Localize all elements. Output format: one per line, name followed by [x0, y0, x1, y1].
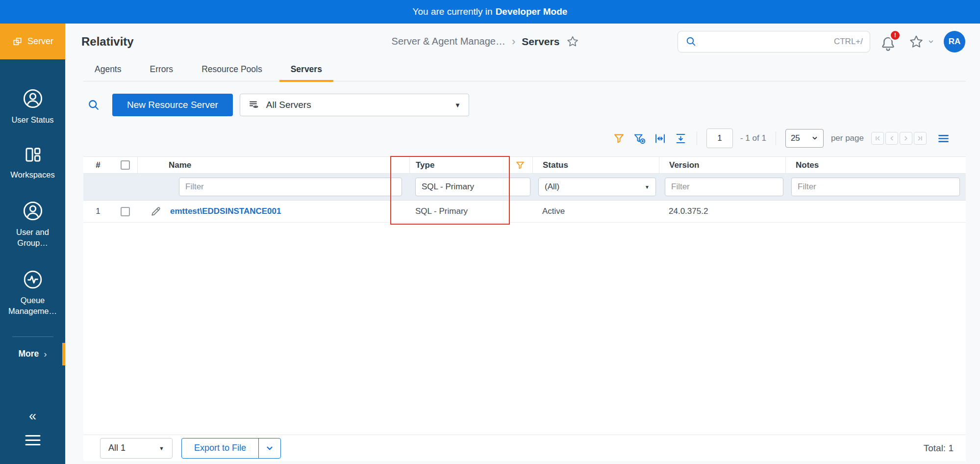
dropdown-caret-icon: ▼ [159, 445, 164, 451]
edit-pencil-icon[interactable] [150, 206, 162, 218]
tab-errors[interactable]: Errors [138, 64, 184, 81]
user-avatar[interactable]: RA [944, 31, 965, 52]
chevron-down-icon [928, 38, 934, 45]
sidebar-menu-icon[interactable] [25, 432, 40, 448]
active-filter-funnel-icon[interactable] [515, 160, 526, 171]
column-header-name[interactable]: Name [137, 157, 409, 173]
column-header-status[interactable]: Status [532, 157, 659, 173]
export-button-label: Export to File [182, 438, 258, 458]
column-header-num[interactable]: # [83, 157, 113, 173]
grid-controls: - 1 of 1 25 per page [83, 128, 966, 149]
sidebar-item-workspaces[interactable]: Workspaces [0, 144, 65, 180]
overlapping-squares-icon [12, 36, 23, 47]
server-name-link[interactable]: emttest\EDDSINSTANCE001 [170, 206, 281, 216]
controls-divider [697, 131, 697, 145]
sidebar-more-button[interactable]: More › [0, 343, 65, 365]
collapse-rows-icon[interactable] [674, 132, 687, 145]
grid-filter-row: (All) ▼ [83, 174, 966, 201]
type-filter-input[interactable] [415, 178, 530, 196]
pagination [871, 132, 927, 145]
mass-scope-value: All 1 [108, 443, 126, 453]
row-number: 1 [83, 206, 113, 216]
column-header-type[interactable]: Type [409, 157, 532, 173]
pulse-circle-icon [22, 269, 44, 290]
previous-page-button[interactable] [885, 132, 898, 145]
tab-resource-pools[interactable]: Resource Pools [190, 64, 274, 81]
column-header-version[interactable]: Version [659, 157, 785, 173]
sidebar-item-queue-management[interactable]: Queue Manageme… [0, 269, 65, 317]
new-resource-server-button[interactable]: New Resource Server [112, 94, 233, 116]
next-page-button[interactable] [900, 132, 912, 145]
status-filter-select[interactable]: (All) ▼ [538, 178, 656, 196]
controls-divider [776, 131, 776, 145]
clear-filters-icon[interactable] [633, 132, 646, 145]
toolbar: New Resource Server All Servers ▼ [83, 94, 966, 116]
grid-header-row: # Name Type Status Version Notes [83, 157, 966, 174]
sidebar-item-label: Queue Manageme… [3, 295, 62, 317]
breadcrumb: Server & Agent Manage… › Servers [392, 35, 579, 48]
chevron-right-icon: › [512, 35, 515, 48]
grid-empty-area [83, 223, 966, 435]
row-checkbox-cell [113, 207, 137, 216]
sidebar-divider [12, 336, 53, 337]
row-status-value: Active [532, 206, 659, 216]
tab-agents[interactable]: Agents [83, 64, 132, 81]
view-selector-label: All Servers [266, 100, 311, 110]
tab-bar: Agents Errors Resource Pools Servers [83, 59, 966, 81]
global-search[interactable]: CTRL+/ [678, 31, 870, 52]
select-all-checkbox-cell [113, 157, 137, 173]
mass-operation-scope-select[interactable]: All 1 ▼ [100, 438, 173, 459]
search-icon [87, 98, 101, 112]
banner-text: You are currently in [413, 6, 493, 17]
page-title: Relativity [81, 35, 134, 49]
view-list-eye-icon [248, 99, 260, 111]
workspaces-grid-icon [23, 144, 43, 165]
row-version-value: 24.0.375.2 [659, 206, 785, 216]
star-icon [908, 34, 924, 50]
filter-toggle-icon[interactable] [612, 132, 626, 145]
page-size-select[interactable]: 25 [785, 129, 824, 148]
chevron-right-icon: › [44, 349, 47, 360]
header-controls: CTRL+/ ! [678, 31, 965, 52]
last-page-button[interactable] [914, 132, 927, 145]
sidebar-item-user-status[interactable]: User Status [0, 87, 65, 125]
servers-grid: # Name Type Status Version Notes (All) [83, 156, 966, 461]
first-page-button[interactable] [871, 132, 884, 145]
favorites-menu-button[interactable] [908, 34, 934, 50]
export-to-file-button[interactable]: Export to File [181, 438, 281, 459]
more-label: More [18, 349, 39, 359]
page-size-value: 25 [791, 133, 800, 143]
select-all-checkbox[interactable] [121, 160, 130, 170]
table-row: 1 emttest\EDDSINSTANCE001 SQL - Primary … [83, 201, 966, 223]
notes-filter-input[interactable] [791, 178, 960, 196]
sidebar-item-label: User Status [11, 114, 53, 125]
column-header-notes[interactable]: Notes [785, 157, 966, 173]
search-shortcut-hint: CTRL+/ [834, 37, 863, 47]
collapse-sidebar-button[interactable]: « [0, 409, 65, 424]
main-area: Relativity Server & Agent Manage… › Serv… [65, 24, 980, 464]
tab-servers[interactable]: Servers [279, 64, 333, 81]
page-number-input[interactable] [706, 129, 733, 148]
banner-mode-text: Developer Mode [496, 6, 568, 17]
row-type-value: SQL - Primary [409, 206, 532, 216]
sidebar-header-server[interactable]: Server [0, 24, 65, 59]
name-filter-input[interactable] [179, 178, 402, 196]
per-page-label: per page [831, 133, 864, 143]
sidebar-item-user-and-group[interactable]: User and Group… [0, 200, 65, 249]
user-circle-icon [22, 200, 44, 222]
sidebar-header-label: Server [27, 36, 53, 47]
column-header-type-label: Type [416, 160, 434, 170]
view-selector-dropdown[interactable]: All Servers ▼ [240, 94, 469, 116]
list-search-button[interactable] [83, 98, 104, 112]
breadcrumb-parent[interactable]: Server & Agent Manage… [392, 36, 505, 47]
grid-menu-icon[interactable] [937, 132, 950, 145]
favorite-star-icon[interactable] [566, 35, 579, 48]
row-checkbox[interactable] [121, 207, 130, 216]
notifications-button[interactable]: ! [879, 31, 899, 52]
auto-size-columns-icon[interactable] [653, 132, 667, 145]
sidebar: Server User Status Workspaces Us [0, 24, 65, 464]
page-range-text: - 1 of 1 [740, 133, 766, 143]
app-header: Relativity Server & Agent Manage… › Serv… [65, 24, 980, 59]
version-filter-input[interactable] [665, 178, 783, 196]
row-name-cell: emttest\EDDSINSTANCE001 [137, 206, 409, 218]
